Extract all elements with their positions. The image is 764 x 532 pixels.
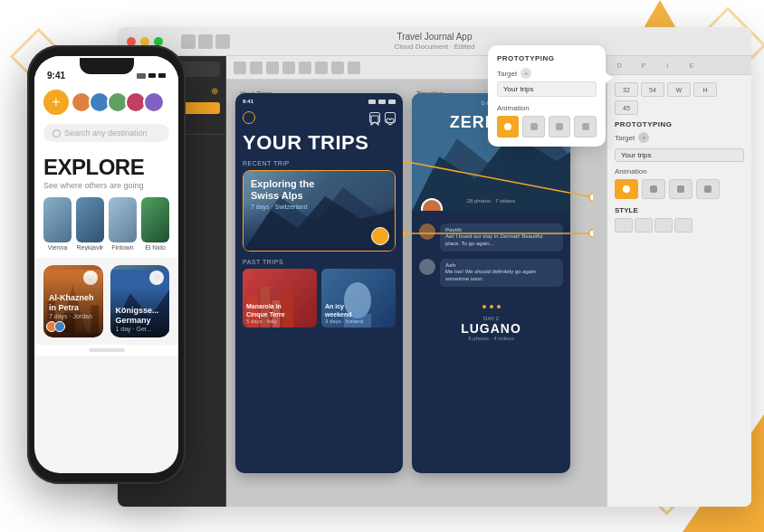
city-thumb-reykjavik[interactable]: Reykjavik — [76, 197, 104, 251]
trips-status-icons — [368, 100, 396, 104]
rpanel-style-shadow[interactable] — [654, 218, 673, 233]
petra-avatars — [49, 321, 98, 332]
window-title-text: Travel Journal App — [395, 32, 475, 43]
rpanel-prototyping-title: PROTOTYPING — [615, 120, 744, 128]
konigssee-title: Königsse...Germany — [116, 306, 165, 326]
timeline-day2-photos: 8 photos · 4 videos — [412, 336, 570, 341]
trips-time: 9:41 — [243, 99, 253, 104]
maximize-button[interactable] — [154, 37, 163, 46]
rpanel-animation-label: Animation — [615, 167, 744, 176]
rpanel-style-border[interactable] — [635, 218, 653, 233]
phone-explore-title: EXPLORE — [43, 155, 169, 180]
proto-callout-add-icon[interactable]: + — [520, 68, 531, 79]
rpanel-target-row: Target + — [615, 132, 744, 143]
recent-trip-card[interactable]: Exploring theSwiss Alps 7 days · Switzer… — [243, 170, 396, 252]
window-titlebar: Travel Journal App Cloud Document · Edit… — [118, 27, 751, 56]
past-trip-2-label: An icyweekend 3 days · Iceland — [325, 303, 363, 324]
tab-inspect[interactable]: I — [655, 56, 680, 74]
city-thumb-elnido[interactable]: El Nido — [141, 197, 169, 251]
rpanel-anim-custom[interactable] — [696, 179, 720, 199]
canvas-tool-select[interactable] — [234, 62, 246, 74]
proto-callout-target-value[interactable]: Your trips — [497, 81, 597, 97]
home-indicator-bar — [89, 348, 125, 352]
canvas-tool-more[interactable] — [348, 62, 360, 74]
phone-avatar-row — [74, 91, 165, 113]
proto-callout-target-label: Target — [497, 70, 517, 78]
comment-2-text: Me too! We should definitely go again so… — [445, 268, 558, 283]
rpanel-anim-ease-in[interactable] — [642, 179, 665, 199]
screen-your-trips[interactable]: 9:41 — [235, 93, 403, 473]
trips-gear-icon[interactable] — [243, 111, 255, 124]
rpanel-anim-ease[interactable] — [615, 179, 638, 199]
konigssee-meta: 1 day · Ger... — [116, 326, 165, 332]
rpanel-style-fill[interactable] — [615, 218, 633, 233]
divider-dot-1 — [482, 305, 486, 309]
trips-bookmark-icon[interactable] — [369, 112, 380, 123]
timeline-day-divider — [412, 301, 570, 312]
tab-prototype[interactable]: P — [632, 56, 656, 74]
konigssee-heart-icon[interactable]: ♡ — [149, 271, 164, 285]
rpanel-target-value[interactable]: Your trips — [615, 148, 744, 162]
rpanel-width-value[interactable]: W — [667, 82, 691, 97]
proto-anim-btn-4[interactable] — [574, 116, 597, 138]
canvas-tool-frame[interactable] — [250, 62, 263, 74]
battery-icon — [388, 100, 396, 104]
phone-city-thumbnails: Vienna Reykjavik Fintown El Nido — [43, 197, 169, 251]
rpanel-y-value[interactable]: 54 — [641, 82, 664, 97]
city-thumb-vienna-img — [43, 197, 72, 242]
window-title: Travel Journal App Cloud Document · Edit… — [395, 32, 475, 52]
toolbar-icon-2[interactable] — [198, 34, 213, 49]
window-traffic-lights — [127, 37, 163, 46]
phone-signal-icon — [137, 73, 146, 79]
canvas-tool-text[interactable] — [282, 62, 295, 74]
plus-icon: + — [52, 95, 60, 109]
phone-screen: 9:41 + Search any dest — [34, 56, 178, 473]
proto-anim-btn-2[interactable] — [522, 116, 545, 138]
phone-destinations: ♡ Al-Khaznehin Petra 7 days · Jordan — [34, 258, 178, 345]
rpanel-target-label: Target — [615, 134, 635, 142]
trips-heart-icon[interactable] — [385, 112, 396, 123]
city-vienna-name: Vienna — [43, 244, 72, 251]
timeline-day2-city: LUGANO — [412, 321, 570, 336]
rpanel-height-value[interactable]: H — [693, 82, 717, 97]
canvas-tool-shape[interactable] — [299, 62, 311, 74]
canvas-tool-components[interactable] — [315, 62, 328, 74]
proto-anim-btn-1[interactable] — [497, 116, 519, 138]
phone-search-input[interactable]: Search any destination — [43, 124, 169, 142]
canvas-tool-image[interactable] — [331, 62, 344, 74]
proto-anim-btn-3[interactable] — [549, 116, 571, 138]
screen-timeline[interactable]: DAY 1 ZERMATT 28 photos · 7 videos Pavit… — [412, 93, 570, 473]
sidebar-add-page-icon[interactable]: ⊕ — [211, 86, 218, 96]
right-panel-content: 32 54 W H 45 PROTOTYPING Target + Your t… — [607, 75, 751, 240]
city-thumb-reykjavik-img — [76, 197, 104, 242]
toolbar-icon-3[interactable] — [215, 34, 230, 49]
tab-design[interactable]: D — [607, 56, 632, 74]
past-trip-1-name: Manarola inCinque Terre — [246, 303, 285, 318]
city-thumb-fintown[interactable]: Fintown — [109, 197, 137, 251]
past-trip-1[interactable]: Manarola inCinque Terre 5 days · Italy — [243, 269, 317, 328]
tab-export[interactable]: E — [680, 56, 704, 74]
rpanel-style-blur[interactable] — [674, 218, 692, 233]
svg-point-15 — [589, 194, 593, 201]
signal-icon — [368, 100, 376, 104]
rpanel-angle-value[interactable]: 45 — [615, 100, 638, 115]
phone-explore-section: EXPLORE See where others are going Vienn… — [34, 149, 178, 258]
phone-status-icons — [137, 73, 166, 79]
canvas-tool-pen[interactable] — [266, 62, 279, 74]
destination-card-petra[interactable]: ♡ Al-Khaznehin Petra 7 days · Jordan — [43, 265, 103, 337]
minimize-button[interactable] — [140, 37, 149, 46]
rpanel-add-target-icon[interactable]: + — [638, 132, 649, 143]
past-trip-2[interactable]: An icyweekend 3 days · Iceland — [321, 269, 396, 328]
divider-dot-2 — [490, 305, 493, 309]
phone-add-button[interactable]: + — [43, 90, 69, 115]
rpanel-x-value[interactable]: 32 — [615, 82, 638, 97]
destination-card-konigssee[interactable]: ♡ Königsse...Germany 1 day · Ger... — [110, 265, 170, 337]
rpanel-anim-ease-out[interactable] — [669, 179, 692, 199]
proto-callout-target-row: Target + — [497, 68, 597, 79]
right-panel-tabs: D P I E — [607, 56, 751, 75]
rpanel-dimension-row-1: 32 54 W H — [615, 82, 744, 97]
recent-trip-text: Exploring theSwiss Alps 7 days · Switzer… — [251, 178, 314, 210]
recent-trip-meta: 7 days · Switzerland — [251, 204, 314, 210]
close-button[interactable] — [127, 37, 136, 46]
city-thumb-vienna[interactable]: Vienna — [43, 197, 72, 251]
